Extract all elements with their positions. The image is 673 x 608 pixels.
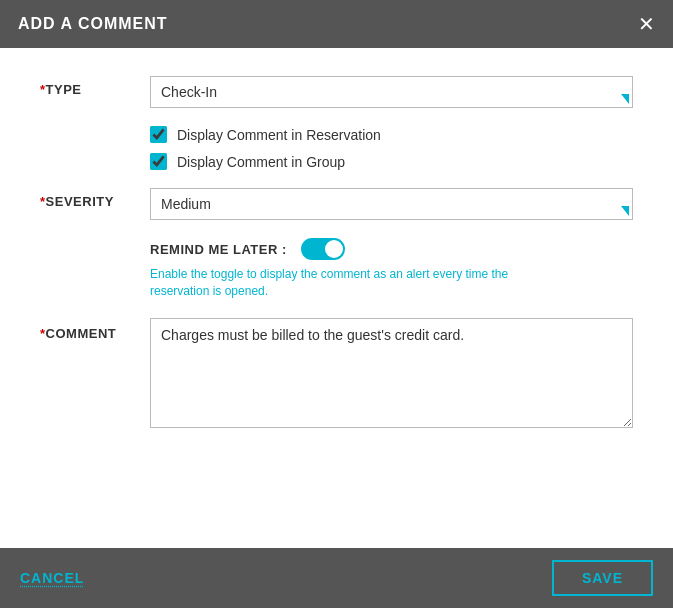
remind-label-row: REMIND ME LATER : (150, 238, 633, 260)
modal-title: ADD A COMMENT (18, 15, 168, 33)
remind-label-text: REMIND ME LATER : (150, 242, 287, 257)
save-button[interactable]: SAVE (552, 560, 653, 596)
severity-label-text: SEVERITY (46, 194, 114, 209)
modal-body: *TYPE Check-In General Housekeeping VIP (0, 48, 673, 548)
type-row: *TYPE Check-In General Housekeeping VIP (40, 76, 633, 108)
modal-footer: CANCEL SAVE (0, 548, 673, 608)
cancel-button[interactable]: CANCEL (20, 570, 84, 586)
toggle-slider (301, 238, 345, 260)
checkbox2-input[interactable] (150, 153, 167, 170)
checkboxes-wrap: Display Comment in Reservation Display C… (150, 126, 633, 170)
checkbox2-row[interactable]: Display Comment in Group (150, 153, 633, 170)
severity-control-wrap: Low Medium High (150, 188, 633, 220)
add-comment-modal: ADD A COMMENT ✕ *TYPE Check-In General H… (0, 0, 673, 608)
modal-header: ADD A COMMENT ✕ (0, 0, 673, 48)
comment-label-text: COMMENT (46, 326, 117, 341)
comment-control-wrap: Charges must be billed to the guest's cr… (150, 318, 633, 432)
severity-label: *SEVERITY (40, 188, 150, 209)
remind-row: REMIND ME LATER : Enable the toggle to d… (40, 238, 633, 300)
comment-textarea[interactable]: Charges must be billed to the guest's cr… (150, 318, 633, 428)
close-button[interactable]: ✕ (638, 14, 655, 34)
type-label-text: TYPE (46, 82, 82, 97)
checkbox1-input[interactable] (150, 126, 167, 143)
checkbox1-row[interactable]: Display Comment in Reservation (150, 126, 633, 143)
type-select[interactable]: Check-In General Housekeeping VIP (150, 76, 633, 108)
checkboxes-spacer (40, 126, 150, 132)
type-select-wrapper: Check-In General Housekeeping VIP (150, 76, 633, 108)
type-label: *TYPE (40, 76, 150, 97)
checkbox2-label: Display Comment in Group (177, 154, 345, 170)
comment-label: *COMMENT (40, 318, 150, 341)
severity-select[interactable]: Low Medium High (150, 188, 633, 220)
checkbox1-label: Display Comment in Reservation (177, 127, 381, 143)
remind-toggle[interactable] (301, 238, 345, 260)
comment-row: *COMMENT Charges must be billed to the g… (40, 318, 633, 432)
type-control-wrap: Check-In General Housekeeping VIP (150, 76, 633, 108)
checkboxes-row: Display Comment in Reservation Display C… (40, 126, 633, 170)
severity-select-wrapper: Low Medium High (150, 188, 633, 220)
severity-row: *SEVERITY Low Medium High (40, 188, 633, 220)
remind-hint-text: Enable the toggle to display the comment… (150, 266, 530, 300)
